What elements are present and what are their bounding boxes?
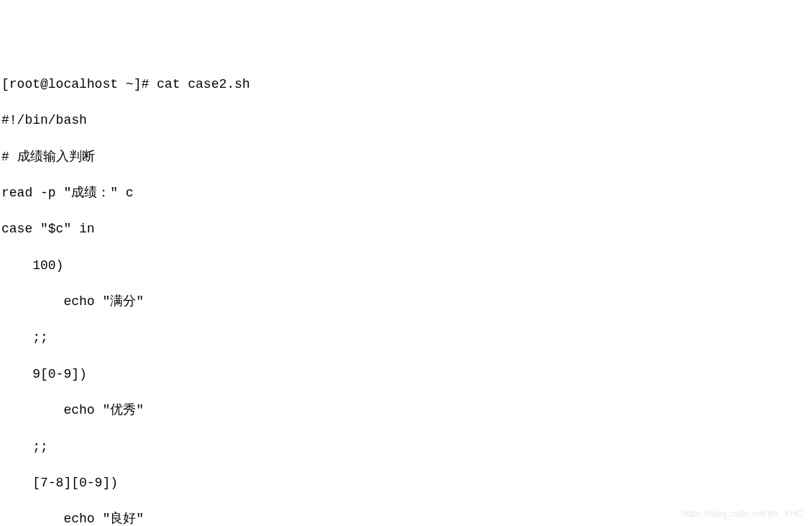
- terminal-line: 100): [1, 257, 811, 275]
- terminal-line: 9[0-9]): [1, 366, 811, 384]
- terminal-line: [7-8][0-9]): [1, 474, 811, 492]
- terminal-line: ;;: [1, 329, 811, 347]
- terminal-line: #!/bin/bash: [1, 112, 811, 130]
- terminal-line: case "$c" in: [1, 220, 811, 238]
- terminal-line: ;;: [1, 438, 811, 456]
- watermark-text: https://blog.csdn.net/Mr_XHC: [681, 507, 803, 520]
- terminal-line: echo "满分": [1, 293, 811, 311]
- terminal-line: echo "优秀": [1, 402, 811, 420]
- terminal-line: [root@localhost ~]# cat case2.sh: [1, 76, 811, 94]
- terminal-line: read -p "成绩：" c: [1, 184, 811, 202]
- terminal-line: # 成绩输入判断: [1, 148, 811, 166]
